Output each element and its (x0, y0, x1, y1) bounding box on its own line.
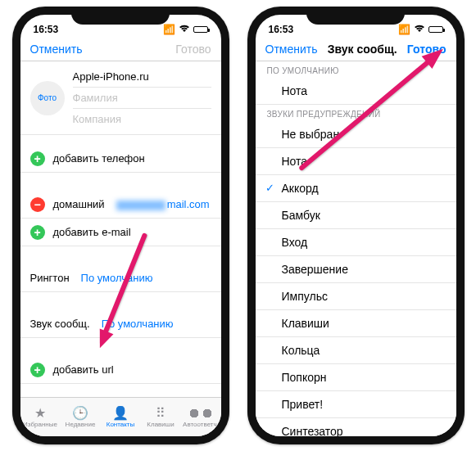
sound-item[interactable]: Аккорд (256, 175, 456, 202)
done-button[interactable]: Готово (407, 43, 447, 56)
sound-item[interactable]: Привет! (256, 391, 456, 418)
first-name-field[interactable]: Apple-iPhone.ru (73, 66, 211, 88)
tab-favorites[interactable]: ★ Избранные (20, 398, 61, 436)
battery-icon (193, 26, 208, 33)
wifi-icon (179, 24, 190, 35)
sound-item[interactable]: Импульс (256, 283, 456, 310)
left-phone: 16:53 📶 Отменить Готово Фото Apple-iPhon… (12, 7, 229, 444)
wifi-icon (414, 24, 425, 35)
cancel-button[interactable]: Отменить (265, 43, 318, 56)
sound-item[interactable]: Бамбук (256, 202, 456, 229)
sound-item[interactable]: Попкорн (256, 364, 456, 391)
sound-item[interactable]: Кольца (256, 337, 456, 364)
status-time: 16:53 (269, 24, 294, 35)
notch (306, 7, 405, 25)
last-name-field[interactable]: Фамилия (73, 88, 211, 109)
status-time: 16:53 (34, 24, 59, 35)
add-photo-button[interactable]: Фото (30, 81, 65, 115)
texttone-row[interactable]: Звук сообщ. По умолчанию (20, 310, 221, 338)
star-icon: ★ (34, 407, 46, 420)
tab-voicemail[interactable]: ⏺⏺ Автоответч. (181, 398, 221, 436)
sound-item[interactable]: Не выбран (256, 121, 456, 148)
add-url-row[interactable]: + добавить url (20, 356, 221, 384)
tab-contacts[interactable]: 👤 Контакты (101, 398, 141, 436)
company-field[interactable]: Компания (73, 109, 211, 129)
tab-keypad[interactable]: ⠿ Клавиши (141, 398, 181, 436)
signal-icon: 📶 (163, 24, 175, 35)
sound-item[interactable]: Клавиши (256, 310, 456, 337)
plus-icon: + (30, 363, 45, 377)
voicemail-icon: ⏺⏺ (188, 407, 214, 420)
add-email-row[interactable]: + добавить e-mail (20, 219, 221, 246)
minus-icon: − (30, 197, 45, 212)
notch (71, 7, 170, 25)
sound-item[interactable]: Завершение (256, 256, 456, 283)
navbar: Отменить Звук сообщ. Готово (256, 39, 456, 61)
ringtone-row[interactable]: Рингтон По умолчанию (20, 264, 221, 292)
section-header-default: ПО УМОЛЧАНИЮ (256, 61, 456, 78)
right-phone: 16:53 📶 Отменить Звук сообщ. Готово ПО У… (247, 7, 465, 444)
section-header-alerts: ЗВУКИ ПРЕДУПРЕЖДЕНИЙ (256, 105, 456, 121)
page-title: Звук сообщ. (328, 43, 397, 56)
email-row[interactable]: − домашний mail.com (20, 191, 221, 219)
done-button[interactable]: Готово (175, 43, 211, 56)
navbar: Отменить Готово (20, 39, 221, 61)
battery-icon (428, 26, 443, 33)
sound-item[interactable]: Вход (256, 229, 456, 256)
plus-icon: + (30, 225, 45, 240)
cancel-button[interactable]: Отменить (30, 43, 83, 56)
plus-icon: + (30, 151, 45, 166)
add-phone-row[interactable]: + добавить телефон (20, 145, 221, 173)
contact-icon: 👤 (112, 407, 129, 420)
keypad-icon: ⠿ (156, 407, 165, 420)
sound-item[interactable]: Синтезатор (256, 418, 456, 436)
tab-recents[interactable]: 🕒 Недавние (61, 398, 101, 436)
sound-item[interactable]: Нота (256, 148, 456, 175)
clock-icon: 🕒 (72, 407, 88, 420)
tab-bar: ★ Избранные 🕒 Недавние 👤 Контакты ⠿ Клав… (20, 397, 221, 436)
signal-icon: 📶 (398, 24, 410, 35)
sound-item-default[interactable]: Нота (256, 78, 456, 105)
